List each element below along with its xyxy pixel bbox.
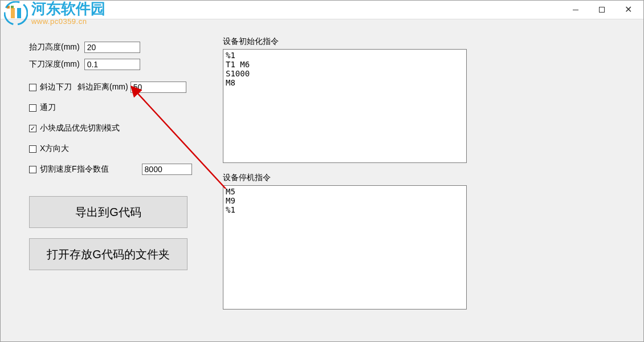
commands-panel: 设备初始化指令 设备停机指令 — [223, 36, 468, 311]
maximize-icon — [599, 7, 605, 13]
minimize-icon — [573, 10, 578, 10]
settings-panel: 抬刀高度(mm) 下刀深度(mm) 斜边下刀 斜边距离(mm) 通刀 — [29, 36, 200, 180]
x-direction-label: X方向大 — [40, 144, 69, 154]
cut-depth-input[interactable] — [84, 59, 140, 70]
minimize-button[interactable] — [563, 1, 589, 18]
client-area: 抬刀高度(mm) 下刀深度(mm) 斜边下刀 斜边距离(mm) 通刀 — [1, 19, 643, 341]
lift-height-label: 抬刀高度(mm) — [29, 42, 80, 52]
checkbox-icon — [29, 166, 36, 173]
speed-cmd-input[interactable] — [142, 164, 192, 175]
speed-cmd-label: 切割速度F指令数值 — [40, 164, 109, 174]
checkbox-checked-icon — [29, 125, 36, 132]
action-buttons: 导出到G代码 打开存放G代码的文件夹 — [29, 196, 188, 280]
checkbox-icon — [29, 145, 36, 153]
x-direction-checkbox[interactable]: X方向大 — [29, 144, 69, 154]
stop-cmds-textarea[interactable] — [223, 185, 467, 310]
app-window: 河东软件园 www.pc0359.cn ✕ 抬刀高度(mm) 下刀深度(mm) — [0, 0, 644, 342]
bevel-dist-label: 斜边距离(mm) — [78, 82, 128, 92]
through-cut-label: 通刀 — [40, 103, 56, 113]
init-cmds-label: 设备初始化指令 — [223, 36, 468, 47]
bevel-cut-checkbox[interactable]: 斜边下刀 — [29, 82, 72, 92]
close-icon: ✕ — [625, 5, 632, 14]
lift-height-input[interactable] — [84, 42, 140, 53]
small-piece-priority-checkbox[interactable]: 小块成品优先切割模式 — [29, 123, 120, 133]
titlebar: ✕ — [1, 1, 643, 19]
checkbox-icon — [29, 104, 36, 112]
checkbox-icon — [29, 84, 36, 91]
bevel-cut-label: 斜边下刀 — [40, 82, 72, 92]
open-gcode-folder-button[interactable]: 打开存放G代码的文件夹 — [29, 238, 188, 270]
cut-depth-label: 下刀深度(mm) — [29, 59, 80, 70]
stop-cmds-label: 设备停机指令 — [223, 173, 468, 183]
bevel-dist-input[interactable] — [131, 82, 186, 93]
small-piece-priority-label: 小块成品优先切割模式 — [40, 123, 120, 133]
export-gcode-button[interactable]: 导出到G代码 — [29, 196, 188, 228]
close-button[interactable]: ✕ — [615, 1, 641, 18]
speed-cmd-checkbox[interactable]: 切割速度F指令数值 — [29, 164, 109, 174]
maximize-button[interactable] — [589, 1, 615, 18]
init-cmds-textarea[interactable] — [223, 49, 467, 163]
through-cut-checkbox[interactable]: 通刀 — [29, 103, 56, 113]
app-icon — [6, 5, 15, 14]
